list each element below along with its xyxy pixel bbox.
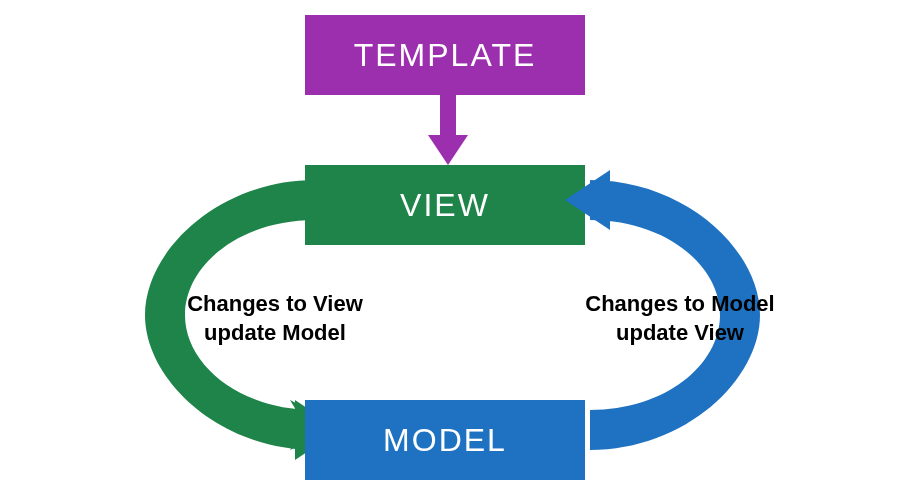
- svg-marker-4: [565, 170, 610, 230]
- view-label: VIEW: [400, 187, 490, 224]
- model-label: MODEL: [383, 422, 507, 459]
- svg-rect-0: [440, 95, 456, 135]
- arrow-template-to-view-icon: [428, 95, 468, 169]
- label-model-to-view: Changes to Model update View: [570, 290, 790, 347]
- template-label: TEMPLATE: [354, 37, 537, 74]
- view-box: VIEW: [305, 165, 585, 245]
- label-view-to-model: Changes to View update Model: [170, 290, 380, 347]
- svg-marker-1: [428, 135, 468, 165]
- template-box: TEMPLATE: [305, 15, 585, 95]
- model-box: MODEL: [305, 400, 585, 480]
